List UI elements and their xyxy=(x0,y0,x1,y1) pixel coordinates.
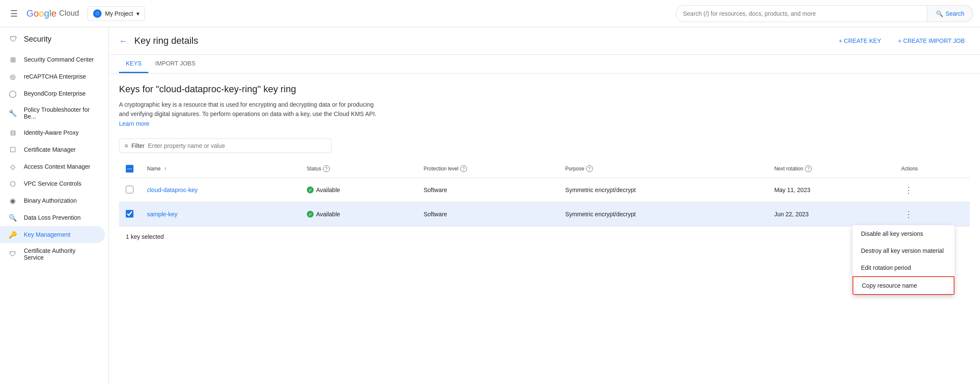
menu-icon[interactable]: ☰ xyxy=(7,5,21,22)
sidebar-item-certificate-authority[interactable]: 🛡 Certificate Authority Service xyxy=(0,243,105,265)
sidebar-item-label: Identity-Aware Proxy xyxy=(24,129,79,136)
project-selector[interactable]: My Project ▾ xyxy=(88,6,145,21)
filter-bar: ≡ Filter xyxy=(119,139,331,153)
page-header: ← Key ring details + CREATE KEY + CREATE… xyxy=(109,27,980,55)
main-content: ← Key ring details + CREATE KEY + CREATE… xyxy=(109,27,980,385)
sidebar-item-certificate-manager[interactable]: ☐ Certificate Manager xyxy=(0,141,105,158)
row2-name: sample-key xyxy=(140,202,300,226)
sidebar-item-beyondcorp[interactable]: ◯ BeyondCorp Enterprise xyxy=(0,85,105,102)
sidebar-item-binary-authorization[interactable]: ◉ Binary Authorization xyxy=(0,192,105,209)
status-dot-row1 xyxy=(307,187,314,193)
row1-purpose: Symmetric encrypt/decrypt xyxy=(558,178,768,202)
select-all-checkbox[interactable] xyxy=(126,165,133,173)
tabs-bar: KEYS IMPORT JOBS xyxy=(109,55,980,74)
vpc-icon: ⬡ xyxy=(8,179,17,188)
sort-icon[interactable]: ↑ xyxy=(164,166,167,172)
sidebar: 🛡 Security ⊞ Security Command Center ◎ r… xyxy=(0,27,109,385)
th-next-rotation: Next rotation ? xyxy=(768,160,895,178)
row2-actions-button[interactable]: ⋮ xyxy=(901,207,916,221)
row2-checkbox[interactable] xyxy=(126,210,133,218)
learn-more-link[interactable]: Learn more xyxy=(119,120,150,127)
dropdown-item-disable-all[interactable]: Disable all key versions xyxy=(853,225,955,242)
sidebar-title: Security xyxy=(24,35,51,44)
sidebar-item-security-command-center[interactable]: ⊞ Security Command Center xyxy=(0,51,105,68)
row1-name: cloud-dataproc-key xyxy=(140,178,300,202)
purpose-help-icon[interactable]: ? xyxy=(586,165,593,172)
sidebar-item-recaptcha[interactable]: ◎ reCAPTCHA Enterprise xyxy=(0,68,105,85)
status-help-icon[interactable]: ? xyxy=(323,165,330,172)
row2-actions: ⋮ xyxy=(894,202,970,226)
protection-help-icon[interactable]: ? xyxy=(460,165,467,172)
sidebar-item-identity-aware-proxy[interactable]: ⊟ Identity-Aware Proxy xyxy=(0,124,105,141)
kms-icon: 🔑 xyxy=(8,230,17,239)
google-cloud-logo: Google Cloud xyxy=(26,8,79,19)
cert-manager-icon: ☐ xyxy=(8,145,17,154)
iap-icon: ⊟ xyxy=(8,128,17,137)
key-link-sample[interactable]: sample-key xyxy=(147,211,178,218)
sidebar-item-data-loss-prevention[interactable]: 🔍 Data Loss Prevention xyxy=(0,209,105,226)
filter-input[interactable] xyxy=(148,142,326,149)
sidebar-item-key-management[interactable]: 🔑 Key Management xyxy=(0,226,105,243)
security-header-icon: 🛡 xyxy=(8,34,19,44)
sidebar-item-policy-troubleshooter[interactable]: 🔧 Policy Troubleshooter for Be... xyxy=(0,102,105,124)
project-name: My Project xyxy=(105,10,133,17)
th-protection-level: Protection level ? xyxy=(417,160,558,178)
header-actions: + CREATE KEY + CREATE IMPORT JOB xyxy=(834,34,970,48)
project-dropdown-icon: ▾ xyxy=(136,10,139,17)
table-row: sample-key Available Software Symmetric … xyxy=(119,202,970,226)
recaptcha-icon: ◎ xyxy=(8,72,17,81)
ca-icon: 🛡 xyxy=(8,250,17,258)
search-input[interactable] xyxy=(676,5,927,22)
sidebar-item-access-context-manager[interactable]: ◇ Access Context Manager xyxy=(0,158,105,175)
access-context-icon: ◇ xyxy=(8,162,17,171)
topbar: ☰ Google Cloud My Project ▾ 🔍 Search xyxy=(0,0,980,27)
row1-status: Available xyxy=(300,178,417,202)
sidebar-item-label: BeyondCorp Enterprise xyxy=(24,90,86,97)
row1-actions: ⋮ xyxy=(894,178,970,202)
th-purpose: Purpose ? xyxy=(558,160,768,178)
binary-auth-icon: ◉ xyxy=(8,196,17,205)
create-import-job-button[interactable]: + CREATE IMPORT JOB xyxy=(893,34,970,48)
tab-keys[interactable]: KEYS xyxy=(119,55,148,73)
row1-rotation: May 11, 2023 xyxy=(768,178,895,202)
create-key-button[interactable]: + CREATE KEY xyxy=(834,34,887,48)
dropdown-item-destroy-all[interactable]: Destroy all key version material xyxy=(853,242,955,259)
sidebar-item-label: Certificate Manager xyxy=(24,146,76,153)
sidebar-item-label: Data Loss Prevention xyxy=(24,214,81,221)
th-actions: Actions xyxy=(894,160,970,178)
filter-icon: ≡ xyxy=(125,142,128,149)
th-name: Name ↑ xyxy=(140,160,300,178)
row2-rotation: Jun 22, 2023 xyxy=(768,202,895,226)
sidebar-item-label: Binary Authorization xyxy=(24,197,77,204)
beyondcorp-icon: ◯ xyxy=(8,89,17,98)
content-description: A cryptographic key is a resource that i… xyxy=(119,100,382,128)
search-icon: 🔍 xyxy=(936,10,943,17)
row2-protection: Software xyxy=(417,202,558,226)
th-checkbox xyxy=(119,160,140,178)
sidebar-item-label: Key Management xyxy=(24,231,71,238)
dropdown-item-edit-rotation[interactable]: Edit rotation period xyxy=(853,259,955,276)
content-area: Keys for "cloud-dataproc-key-ring" key r… xyxy=(109,74,980,252)
layout: 🛡 Security ⊞ Security Command Center ◎ r… xyxy=(0,27,980,385)
row1-checkbox[interactable] xyxy=(126,186,133,193)
keys-table: Name ↑ Status ? Protecti xyxy=(119,160,970,226)
back-button[interactable]: ← xyxy=(119,36,127,46)
actions-dropdown-menu: Disable all key versions Destroy all key… xyxy=(853,225,955,295)
row2-purpose: Symmetric encrypt/decrypt xyxy=(558,202,768,226)
row1-actions-button[interactable]: ⋮ xyxy=(901,183,916,197)
sidebar-item-label: Access Context Manager xyxy=(24,163,90,170)
key-link-cloud-dataproc[interactable]: cloud-dataproc-key xyxy=(147,187,198,193)
dropdown-item-copy-resource[interactable]: Copy resource name xyxy=(853,276,955,295)
sidebar-item-vpc-service-controls[interactable]: ⬡ VPC Service Controls xyxy=(0,175,105,192)
row2-status: Available xyxy=(300,202,417,226)
rotation-help-icon[interactable]: ? xyxy=(805,165,812,172)
th-status: Status ? xyxy=(300,160,417,178)
sidebar-header: 🛡 Security xyxy=(0,27,108,51)
search-button[interactable]: 🔍 Search xyxy=(927,5,973,22)
row1-protection: Software xyxy=(417,178,558,202)
table-row: cloud-dataproc-key Available Software Sy… xyxy=(119,178,970,202)
page-title: Key ring details xyxy=(134,35,827,46)
tab-import-jobs[interactable]: IMPORT JOBS xyxy=(148,55,202,73)
row2-checkbox-cell xyxy=(119,202,140,226)
project-icon xyxy=(93,9,102,18)
